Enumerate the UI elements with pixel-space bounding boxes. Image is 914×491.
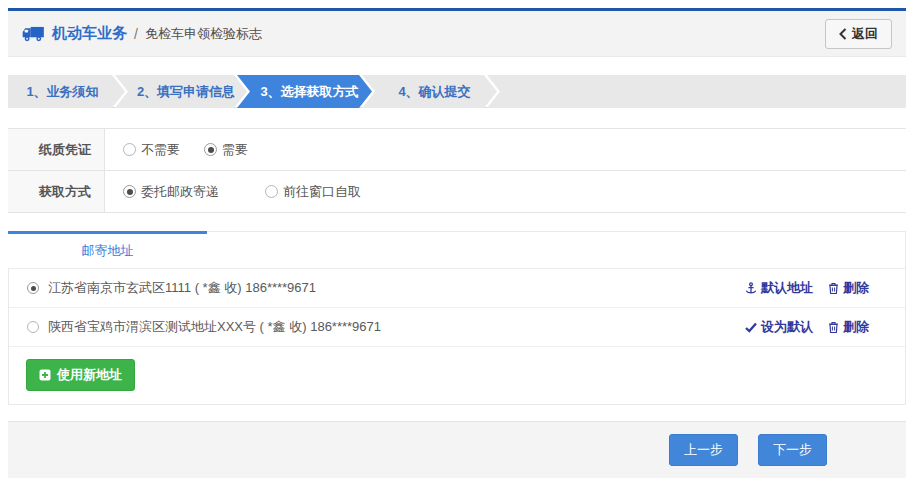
page-title: 机动车业务	[52, 24, 127, 43]
default-address-button[interactable]: 默认地址	[745, 279, 813, 297]
form-label: 纸质凭证	[8, 129, 105, 170]
address-actions: 设为默认 删除	[745, 318, 869, 336]
radio-circle-icon[interactable]	[204, 143, 217, 156]
footer-bar: 上一步 下一步	[8, 421, 906, 478]
back-button[interactable]: 返回	[825, 19, 892, 49]
new-address-area: 使用新地址	[9, 347, 905, 404]
form-options: 委托邮政寄递 前往窗口自取	[105, 171, 361, 212]
action-label: 删除	[843, 279, 869, 297]
check-icon	[745, 322, 757, 333]
action-label: 设为默认	[761, 318, 813, 336]
address-text: 江苏省南京市玄武区1111 ( *鑫 收) 186****9671	[48, 279, 316, 297]
step-tab-4[interactable]: 4、确认提交	[362, 75, 497, 108]
step-label: 1、业务须知	[26, 84, 98, 99]
address-radio[interactable]	[27, 282, 39, 294]
breadcrumb: 机动车业务 / 免检车申领检验标志	[22, 24, 262, 43]
mailing-address-panel: 邮寄地址 江苏省南京市玄武区1111 ( *鑫 收) 186****9671 默…	[8, 231, 906, 405]
radio-circle-icon[interactable]	[123, 185, 136, 198]
radio-window-pickup[interactable]: 前往窗口自取	[265, 183, 361, 201]
radio-no-need[interactable]: 不需要	[123, 141, 180, 159]
options-form: 纸质凭证 不需要 需要 获取方式 委托邮政寄递	[8, 128, 906, 213]
step-tab-1[interactable]: 1、业务须知	[8, 75, 125, 108]
breadcrumb-current: 免检车申领检验标志	[145, 25, 262, 43]
address-row-2: 陕西省宝鸡市渭滨区测试地址XXX号 ( *鑫 收) 186****9671 设为…	[9, 308, 905, 347]
address-text: 陕西省宝鸡市渭滨区测试地址XXX号 ( *鑫 收) 186****9671	[48, 318, 381, 336]
use-new-address-button[interactable]: 使用新地址	[26, 359, 135, 391]
address-radio[interactable]	[27, 321, 39, 333]
step-label: 4、确认提交	[398, 84, 470, 99]
header: 机动车业务 / 免检车申领检验标志 返回	[8, 11, 906, 57]
form-row-delivery-method: 获取方式 委托邮政寄递 前往窗口自取	[8, 171, 906, 213]
truck-icon	[22, 26, 45, 42]
action-label: 默认地址	[761, 279, 813, 297]
set-default-button[interactable]: 设为默认	[745, 318, 813, 336]
radio-need[interactable]: 需要	[204, 141, 248, 159]
action-label: 删除	[843, 318, 869, 336]
address-actions: 默认地址 删除	[745, 279, 869, 297]
step-label: 2、填写申请信息	[137, 84, 235, 99]
radio-postal-delivery[interactable]: 委托邮政寄递	[123, 183, 219, 201]
radio-circle-icon[interactable]	[265, 185, 278, 198]
steps-bar: 1、业务须知 2、填写申请信息 3、选择获取方式 4、确认提交	[8, 75, 906, 108]
trash-icon	[828, 282, 839, 295]
delete-address-button[interactable]: 删除	[828, 279, 869, 297]
anchor-icon	[745, 282, 757, 295]
back-button-label: 返回	[852, 25, 878, 43]
form-label: 获取方式	[8, 171, 105, 212]
form-options: 不需要 需要	[105, 129, 248, 170]
delete-address-button[interactable]: 删除	[828, 318, 869, 336]
address-row-1: 江苏省南京市玄武区1111 ( *鑫 收) 186****9671 默认地址	[9, 269, 905, 308]
breadcrumb-separator: /	[134, 26, 138, 42]
radio-label: 需要	[222, 141, 248, 159]
address-tabs: 邮寄地址	[9, 232, 905, 269]
trash-icon	[828, 321, 839, 334]
radio-circle-icon[interactable]	[123, 143, 136, 156]
back-chevron-icon	[839, 28, 847, 40]
step-tab-3-active[interactable]: 3、选择获取方式	[237, 75, 372, 108]
tab-mailing-address[interactable]: 邮寄地址	[8, 231, 207, 268]
radio-label: 委托邮政寄递	[141, 183, 219, 201]
tab-label: 邮寄地址	[82, 243, 134, 258]
form-row-paper-certificate: 纸质凭证 不需要 需要	[8, 129, 906, 171]
steps-filler	[487, 75, 906, 108]
step-label: 3、选择获取方式	[260, 84, 358, 99]
radio-label: 前往窗口自取	[283, 183, 361, 201]
page: 机动车业务 / 免检车申领检验标志 返回 1、业务须知 2、填写申请信息 3、选…	[0, 8, 914, 478]
prev-step-button[interactable]: 上一步	[669, 434, 738, 466]
next-step-button[interactable]: 下一步	[758, 434, 827, 466]
use-new-address-label: 使用新地址	[57, 366, 122, 384]
step-tab-2[interactable]: 2、填写申请信息	[115, 75, 247, 108]
radio-label: 不需要	[141, 141, 180, 159]
plus-icon	[39, 369, 51, 381]
